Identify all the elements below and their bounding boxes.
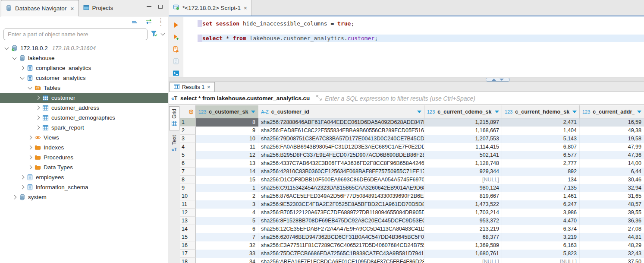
row-header[interactable]: 5	[180, 151, 196, 159]
cell-c_customer_sk[interactable]: 6	[196, 225, 258, 233]
editor-results-splitter[interactable]	[169, 77, 644, 82]
column-filter-arrow-icon[interactable]	[251, 111, 255, 113]
chevron-right-icon[interactable]	[27, 164, 34, 171]
maximize-icon[interactable]	[158, 5, 163, 9]
cell-c_current_cdemo_sk[interactable]: 1,114,415	[424, 143, 502, 151]
row-header[interactable]: 11	[180, 200, 196, 209]
cell-c_customer_sk[interactable]: 12	[196, 151, 258, 159]
cell-c_current_hdemo_sk[interactable]: 892	[502, 168, 580, 176]
cell-c_current_addr_sk[interactable]: 32,43	[580, 250, 644, 258]
cell-c_current_addr_sk[interactable]: 6,44	[580, 168, 644, 176]
cell-c_customer_sk[interactable]: 8	[196, 118, 258, 127]
sql-editor[interactable]: set session hide_inaccessible_columns = …	[183, 17, 644, 77]
cell-c_current_hdemo_sk[interactable]: 3,986	[502, 209, 580, 217]
collapse-up-icon[interactable]	[492, 79, 496, 81]
row-header[interactable]: 9	[180, 184, 196, 192]
cell-c_current_cdemo_sk[interactable]: 1,207,553	[424, 135, 502, 143]
cell-c_current_cdemo_sk[interactable]: 1,369,589	[424, 241, 502, 250]
cell-c_customer_sk[interactable]: 2	[196, 192, 258, 200]
cell-c_current_cdemo_sk[interactable]: 953,372	[424, 217, 502, 225]
cell-c_current_addr_sk[interactable]: 32,94	[580, 184, 644, 192]
cell-c_customer_sk[interactable]: 14	[196, 168, 258, 176]
cell-c_customer_sk[interactable]: 34	[196, 258, 258, 263]
execute-script-icon[interactable]	[172, 46, 180, 53]
chevron-down-icon[interactable]	[161, 32, 165, 36]
results-filter-bar[interactable]: «T select * from lakehouse.customer_anal…	[169, 92, 644, 105]
row-header[interactable]: 14	[180, 225, 196, 233]
cell-c_current_cdemo_sk[interactable]: 819,667	[424, 192, 502, 200]
cell-c_customer_id[interactable]: sha256:4337C7AB6432E3B06FF4A3636FD2F8CC8…	[258, 159, 424, 168]
cell-c_current_cdemo_sk[interactable]: 1,215,897	[424, 118, 502, 127]
tree-item-system[interactable]: system	[0, 192, 168, 202]
tree-item-data-types[interactable]: Data Types	[0, 162, 168, 172]
cell-c_current_hdemo_sk[interactable]: 4,470	[502, 217, 580, 225]
cell-c_customer_sk[interactable]: 9	[196, 127, 258, 135]
cell-c_current_hdemo_sk[interactable]: 6,577	[502, 151, 580, 159]
cell-c_current_cdemo_sk[interactable]: 929,344	[424, 168, 502, 176]
tree-item-tables[interactable]: Tables	[0, 83, 168, 93]
tree-item-compliance-analytics[interactable]: compliance_analytics	[0, 63, 168, 73]
close-tab-icon[interactable]: ×	[207, 84, 210, 90]
row-header[interactable]: 18	[180, 258, 196, 263]
tree-item-customer[interactable]: customer	[0, 93, 168, 103]
column-header-c_current_hdemo_sk[interactable]: 123c_current_hdemo_sk	[502, 105, 580, 118]
row-header[interactable]: 3	[180, 135, 196, 143]
tree-item-customer-demographics[interactable]: customer_demographics	[0, 113, 168, 123]
chevron-right-icon[interactable]	[27, 134, 34, 141]
cell-c_customer_id[interactable]: sha256:EAD8E61C8C22E555834FBBA9B60556CB2…	[258, 127, 424, 135]
cell-c_current_cdemo_sk[interactable]: [NULL]	[424, 176, 502, 184]
cell-c_customer_id[interactable]: sha256:9E52303CE4FBA2E2F0525E8A5BFBD2C1A…	[258, 200, 424, 209]
cell-c_current_hdemo_sk[interactable]: 6,163	[502, 241, 580, 250]
filter-funnel-icon[interactable]	[151, 31, 158, 38]
cell-c_customer_id[interactable]: sha256:42810C83B0360CE125634F068BAF8FF75…	[258, 168, 424, 176]
chevron-right-icon[interactable]	[35, 124, 41, 131]
cell-c_customer_id[interactable]: sha256:876ACE5EFED349A2D56F77D5084891433…	[258, 192, 424, 200]
column-filter-arrow-icon[interactable]	[417, 111, 421, 113]
cell-c_current_addr_sk[interactable]: 14,00	[580, 159, 644, 168]
chevron-down-icon[interactable]	[27, 85, 34, 92]
cell-c_customer_sk[interactable]: 33	[196, 250, 258, 258]
row-header[interactable]: 13	[180, 217, 196, 225]
chevron-down-icon[interactable]	[19, 75, 26, 82]
tree-item-lakehouse[interactable]: lakehouse	[0, 53, 168, 63]
cell-c_current_hdemo_sk[interactable]: 134	[502, 176, 580, 184]
cell-c_current_cdemo_sk[interactable]: 1,680,761	[424, 250, 502, 258]
explain-plan-icon[interactable]	[172, 57, 180, 65]
cell-c_customer_sk[interactable]: 7	[196, 233, 258, 241]
cell-c_customer_sk[interactable]: 13	[196, 159, 258, 168]
tab-projects[interactable]: Projects	[79, 0, 118, 16]
cell-c_current_hdemo_sk[interactable]: 7,135	[502, 184, 580, 192]
tree-item-spark-report[interactable]: spark_report	[0, 123, 168, 133]
cell-c_customer_sk[interactable]: 11	[196, 143, 258, 151]
cell-c_customer_sk[interactable]: 10	[196, 135, 258, 143]
cell-c_current_hdemo_sk[interactable]: 2,471	[502, 118, 580, 127]
cell-c_current_addr_sk[interactable]: 39,55	[580, 209, 644, 217]
cell-c_current_hdemo_sk[interactable]: 2,777	[502, 159, 580, 168]
collapse-down-icon[interactable]	[499, 79, 504, 81]
cell-c_customer_sk[interactable]: 15	[196, 176, 258, 184]
column-filter-arrow-icon[interactable]	[495, 111, 499, 113]
column-filter-arrow-icon[interactable]	[637, 111, 641, 113]
chevron-right-icon[interactable]	[19, 65, 26, 72]
cell-c_current_cdemo_sk[interactable]: 1,128,748	[424, 159, 502, 168]
cell-c_current_cdemo_sk[interactable]: 502,141	[424, 151, 502, 159]
row-header[interactable]: 7	[180, 168, 196, 176]
chevron-right-icon[interactable]	[27, 144, 34, 151]
execute-statement-icon[interactable]	[172, 22, 180, 29]
expand-filter-icon[interactable]	[316, 95, 322, 102]
cell-c_customer_id[interactable]: sha256:620746BED947362BCD6CF31B0A4C547DD…	[258, 233, 424, 241]
cell-c_current_hdemo_sk[interactable]: 1,461	[502, 192, 580, 200]
tab-sql-script[interactable]: *<172.18.0.2> Script-1 ×	[169, 0, 252, 16]
cell-c_customer_sk[interactable]: 1	[196, 184, 258, 192]
column-header-c_customer_id[interactable]: A-Zc_customer_id	[258, 105, 424, 118]
tree-item-views[interactable]: Views	[0, 133, 168, 143]
cell-c_current_cdemo_sk[interactable]: 1,703,214	[424, 209, 502, 217]
cell-c_customer_id[interactable]: sha256:E3A77511F81C7289C76C4065217D5D406…	[258, 241, 424, 250]
cell-c_current_hdemo_sk[interactable]: 5,143	[502, 135, 580, 143]
cell-c_current_hdemo_sk[interactable]: [NULL]	[502, 258, 580, 263]
cell-c_current_cdemo_sk[interactable]: 980,124	[424, 184, 502, 192]
cell-c_customer_sk[interactable]: 5	[196, 217, 258, 225]
view-menu-icon[interactable]: ⁞⁚	[160, 18, 162, 26]
cell-c_current_addr_sk[interactable]: 30,46	[580, 176, 644, 184]
cell-c_customer_id[interactable]: sha256:75DC7FCB6686EDA72565C1B838CA7FC43…	[258, 250, 424, 258]
